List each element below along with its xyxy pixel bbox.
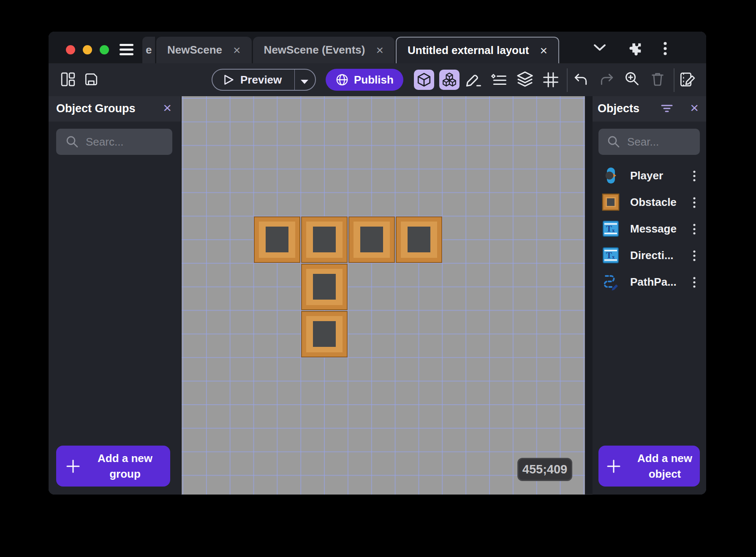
chevron-down-icon[interactable] xyxy=(593,44,606,53)
tab-close-icon[interactable]: × xyxy=(540,44,548,57)
edit-scene-icon[interactable] xyxy=(680,71,696,90)
puzzle-icon[interactable] xyxy=(628,41,643,58)
layers-icon[interactable] xyxy=(516,70,534,90)
obstacle-icon xyxy=(602,193,620,211)
close-icon[interactable]: × xyxy=(690,100,699,115)
tab-newscene[interactable]: NewScene× xyxy=(156,37,252,63)
tab-newscene-events[interactable]: NewScene (Events)× xyxy=(253,37,394,63)
instances-list-icon[interactable] xyxy=(490,71,508,90)
tab-close-icon[interactable]: × xyxy=(376,44,383,57)
object-groups-title: Object Groups xyxy=(56,102,136,115)
object-groups-header: Object Groups × xyxy=(49,96,181,122)
path-icon xyxy=(602,273,620,291)
globe-icon xyxy=(335,73,349,87)
titlebar-actions xyxy=(579,32,706,63)
toolbar-divider xyxy=(567,68,568,92)
window-close-button[interactable] xyxy=(66,45,75,54)
add-group-button[interactable]: Add a new group xyxy=(56,446,170,487)
kebab-menu-icon[interactable] xyxy=(693,197,696,210)
scene-canvas[interactable]: 455;409 xyxy=(182,96,585,495)
obstacle-instance[interactable] xyxy=(396,216,442,263)
save-icon[interactable] xyxy=(84,72,99,89)
cube-icon xyxy=(416,72,432,87)
search-icon xyxy=(607,135,620,149)
object-list-item[interactable]: Player xyxy=(593,165,706,186)
plus-icon xyxy=(65,459,81,474)
object-list-item[interactable]: Obstacle xyxy=(593,192,706,213)
trash-icon[interactable] xyxy=(650,71,665,88)
object-list-item[interactable]: PathPa... xyxy=(593,271,706,292)
window-maximize-button[interactable] xyxy=(100,45,109,54)
tab-label: NewScene xyxy=(167,43,222,57)
group-search-input[interactable] xyxy=(85,135,156,149)
grid-icon[interactable] xyxy=(542,71,560,90)
add-instances-tool[interactable] xyxy=(439,70,460,90)
toolbar-divider-2 xyxy=(674,68,674,92)
kebab-menu-icon[interactable] xyxy=(693,276,696,290)
tab-close-icon[interactable]: × xyxy=(233,44,241,57)
window-minimize-button[interactable] xyxy=(83,45,92,54)
svg-text:x: x xyxy=(612,227,615,233)
kebab-menu-icon[interactable] xyxy=(663,41,667,57)
object-list-item[interactable]: Tx Directi... xyxy=(593,245,706,266)
object-name: Obstacle xyxy=(630,196,677,209)
plus-icon xyxy=(606,459,621,474)
preview-button[interactable]: Preview xyxy=(212,69,316,91)
kebab-menu-icon[interactable] xyxy=(693,170,696,184)
group-search-box xyxy=(56,129,172,155)
panels-layout-icon[interactable] xyxy=(60,72,76,89)
obstacle-instance[interactable] xyxy=(348,216,395,263)
search-icon xyxy=(65,135,79,149)
play-icon xyxy=(223,74,234,86)
titlebar: eNewScene×NewScene (Events)×Untitled ext… xyxy=(49,32,706,63)
tab-label: Untitled external layout xyxy=(408,44,529,57)
obstacle-instance[interactable] xyxy=(254,216,300,263)
tab-label: e xyxy=(146,43,152,57)
player-icon xyxy=(602,167,620,184)
kebab-menu-icon[interactable] xyxy=(693,223,696,237)
pencil-icon[interactable] xyxy=(464,71,482,90)
hamburger-menu-icon[interactable] xyxy=(120,44,133,55)
tab-label: NewScene (Events) xyxy=(264,43,365,57)
objects-header: Objects × xyxy=(593,96,706,122)
tab-untitled-external-layout[interactable]: Untitled external layout× xyxy=(396,37,559,63)
add-group-label: Add a new group xyxy=(89,451,161,482)
object-groups-panel: Object Groups × Add a new group xyxy=(49,96,181,495)
tab-e[interactable]: e xyxy=(142,37,155,63)
preview-label: Preview xyxy=(240,73,282,87)
object-name: Message xyxy=(630,222,677,235)
object-search-box xyxy=(598,129,700,155)
close-icon[interactable]: × xyxy=(163,100,171,115)
toolbar: Preview Publish xyxy=(49,63,706,96)
objects-title: Objects xyxy=(598,102,639,115)
obstacle-instance[interactable] xyxy=(301,216,348,263)
obstacle-instance[interactable] xyxy=(301,311,348,357)
app-window: eNewScene×NewScene (Events)×Untitled ext… xyxy=(49,32,706,495)
svg-text:x: x xyxy=(612,254,615,260)
redo-icon[interactable] xyxy=(599,73,614,88)
publish-button[interactable]: Publish xyxy=(326,69,403,91)
main-area: Object Groups × Add a new group 455;409 xyxy=(49,96,706,495)
publish-label: Publish xyxy=(354,73,394,87)
objects-panel: Objects × Player Obstacle xyxy=(593,96,706,495)
object-name: PathPa... xyxy=(630,276,677,289)
undo-icon[interactable] xyxy=(574,73,589,88)
add-object-button[interactable]: Add a new object xyxy=(598,446,700,487)
preview-dropdown-caret[interactable] xyxy=(300,78,309,86)
select-objects-tool[interactable] xyxy=(414,70,434,90)
preview-split-divider xyxy=(294,70,295,90)
zoom-in-icon[interactable] xyxy=(624,71,640,89)
svg-text:T: T xyxy=(606,224,612,234)
objects-list: Player Obstacle Tx Message Tx Directi...… xyxy=(593,165,706,298)
filter-icon[interactable] xyxy=(661,103,673,116)
object-list-item[interactable]: Tx Message xyxy=(593,218,706,239)
obstacle-instance[interactable] xyxy=(301,264,348,310)
object-name: Directi... xyxy=(630,249,674,262)
kebab-menu-icon[interactable] xyxy=(693,250,696,263)
object-search-input[interactable] xyxy=(626,135,689,149)
text-icon: Tx xyxy=(602,246,620,264)
cursor-coordinates-badge: 455;409 xyxy=(517,458,572,481)
text-icon: Tx xyxy=(602,220,620,238)
add-object-label: Add a new object xyxy=(630,451,700,482)
cubes-stack-icon xyxy=(441,72,457,87)
